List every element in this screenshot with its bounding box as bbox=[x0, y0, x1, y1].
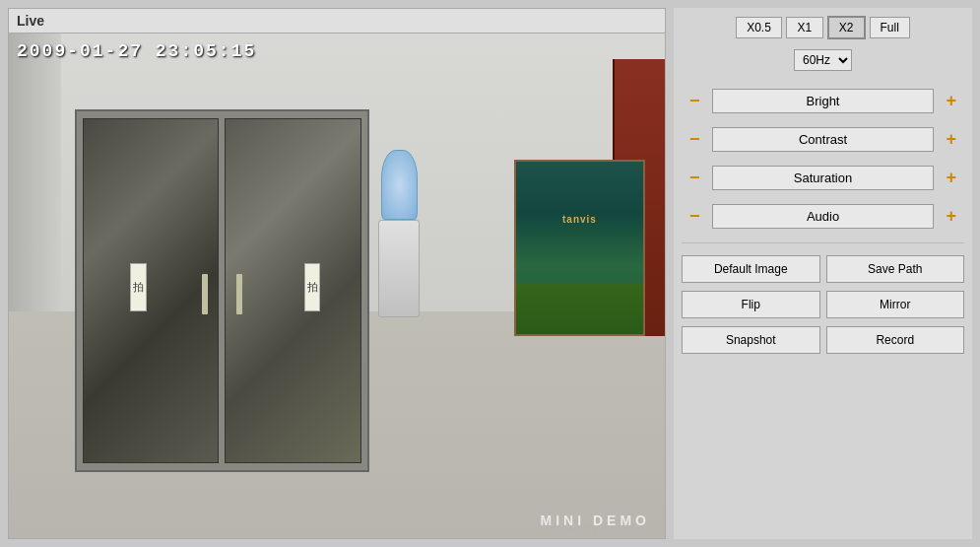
door-frame: 紧急出口 → 拍 拍 bbox=[75, 109, 370, 473]
audio-minus-button[interactable]: − bbox=[682, 204, 708, 229]
record-button[interactable]: Record bbox=[826, 326, 965, 354]
tank-label: tanvis bbox=[562, 214, 597, 225]
audio-label: Audio bbox=[712, 204, 935, 229]
zoom-x05-button[interactable]: X0.5 bbox=[736, 17, 782, 38]
camera-scene: 紧急出口 → 拍 拍 bbox=[9, 34, 665, 538]
paper-sign-left: 拍 bbox=[130, 263, 146, 311]
door-right: 拍 bbox=[225, 118, 361, 463]
door-left: 拍 bbox=[83, 118, 220, 463]
video-title: Live bbox=[17, 13, 44, 29]
water-dispenser bbox=[376, 150, 423, 326]
bright-label: Bright bbox=[712, 89, 935, 113]
hz-select[interactable]: 60Hz 50Hz bbox=[794, 49, 852, 71]
video-timestamp: 2009-01-27 23:05:15 bbox=[17, 41, 256, 61]
flip-mirror-row: Flip Mirror bbox=[682, 291, 964, 318]
zoom-full-button[interactable]: Full bbox=[870, 17, 910, 38]
bright-plus-button[interactable]: + bbox=[938, 89, 964, 113]
saturation-control-row: − Saturation + bbox=[682, 162, 964, 194]
saturation-label: Saturation bbox=[712, 166, 935, 190]
contrast-label: Contrast bbox=[712, 127, 935, 152]
mirror-button[interactable]: Mirror bbox=[826, 291, 965, 318]
snapshot-button[interactable]: Snapshot bbox=[682, 326, 820, 354]
brand-watermark: Powered by DIYTrade.com bbox=[551, 524, 657, 534]
video-title-bar: Live bbox=[9, 9, 665, 34]
water-bottle bbox=[381, 150, 418, 221]
audio-plus-button[interactable]: + bbox=[938, 204, 964, 229]
video-panel: Live 2009-01-27 23:05:15 紧急出口 → bbox=[8, 8, 666, 539]
zoom-row: X0.5 X1 X2 Full bbox=[682, 16, 964, 39]
contrast-minus-button[interactable]: − bbox=[682, 127, 708, 152]
flip-button[interactable]: Flip bbox=[682, 291, 820, 318]
saturation-plus-button[interactable]: + bbox=[938, 166, 964, 190]
bright-control-row: − Bright + bbox=[682, 85, 964, 117]
contrast-control-row: − Contrast + bbox=[682, 123, 964, 156]
zoom-x2-button[interactable]: X2 bbox=[827, 16, 866, 39]
zoom-x1-button[interactable]: X1 bbox=[786, 17, 823, 38]
door-handle-right bbox=[236, 274, 241, 315]
snapshot-record-row: Snapshot Record bbox=[682, 326, 964, 354]
divider-1 bbox=[682, 242, 964, 243]
hz-row: 60Hz 50Hz bbox=[682, 49, 964, 71]
default-image-button[interactable]: Default Image bbox=[682, 255, 820, 283]
water-body bbox=[378, 220, 420, 317]
save-path-button[interactable]: Save Path bbox=[826, 255, 965, 283]
paper-sign-right: 拍 bbox=[304, 263, 320, 311]
default-savepath-row: Default Image Save Path bbox=[682, 255, 964, 283]
audio-control-row: − Audio + bbox=[682, 200, 964, 233]
control-panel: X0.5 X1 X2 Full 60Hz 50Hz − Bright + − C… bbox=[674, 8, 972, 539]
fish-tank: tanvis bbox=[514, 160, 645, 336]
contrast-plus-button[interactable]: + bbox=[938, 127, 964, 152]
video-feed: 2009-01-27 23:05:15 紧急出口 → bbox=[9, 34, 665, 538]
door-handle-left bbox=[202, 274, 207, 315]
saturation-minus-button[interactable]: − bbox=[682, 166, 708, 190]
bright-minus-button[interactable]: − bbox=[682, 89, 708, 113]
main-container: Live 2009-01-27 23:05:15 紧急出口 → bbox=[0, 0, 980, 547]
